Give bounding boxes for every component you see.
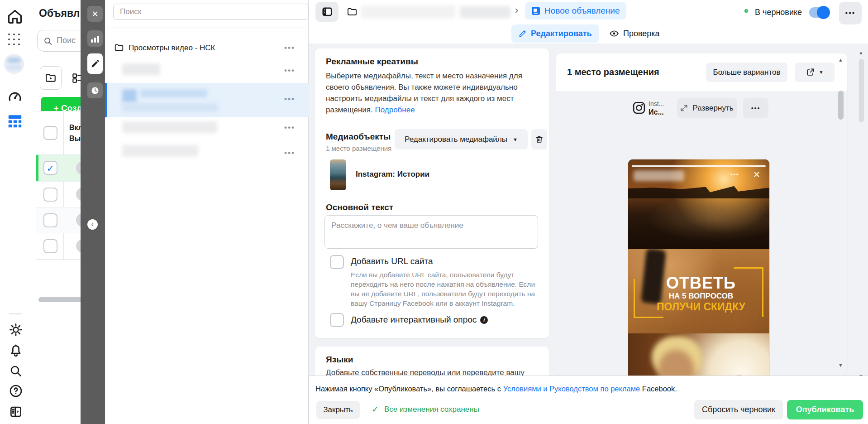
redacted-breadcrumb (460, 6, 510, 18)
row-menu-dots[interactable]: ••• (284, 95, 295, 104)
draft-status-dot (744, 9, 748, 13)
collapse-sidebar-icon[interactable] (9, 405, 23, 421)
share-preview-button[interactable]: ▼ (795, 63, 835, 82)
check-icon: ✓ (47, 163, 55, 173)
expand-button[interactable]: Развернуть (677, 98, 737, 118)
legal-text: Нажимая кнопку «Опубликовать», вы соглаш… (315, 385, 677, 393)
body-text-label: Основной текст (326, 202, 393, 212)
tree-item[interactable]: ••• (105, 61, 309, 81)
redacted-text (122, 63, 160, 75)
ads-search-placeholder: Поис (57, 36, 76, 45)
home-icon[interactable] (6, 8, 24, 27)
url-label: Добавить URL сайта (351, 256, 433, 266)
rail-divider (9, 313, 22, 314)
page-scroll-up[interactable]: ▲ (858, 50, 863, 55)
preview-menu-button[interactable]: ••• (743, 98, 768, 118)
poll-checkbox[interactable] (330, 313, 344, 327)
story-headline: ОТВЕТЬ НА 5 ВОПРОСОВ ПОЛУЧИ СКИДКУ (642, 275, 760, 313)
clock-icon (91, 86, 100, 95)
tree-panel: Просмотры видео - НСК ••• ••• ••• ••• ••… (105, 0, 309, 424)
redacted-thumb (122, 89, 137, 103)
terms-link[interactable]: Условиями и Руководством по рекламе (503, 385, 640, 393)
story-preview[interactable]: ОТВЕТЬ НА 5 ВОПРОСОВ ПОЛУЧИ СКИДКУ ••• ✕ (628, 159, 769, 376)
row-checkbox[interactable] (43, 188, 57, 202)
tab-review[interactable]: Проверка (605, 24, 664, 43)
url-description: Если вы добавите URL сайта, пользователи… (351, 270, 539, 308)
toolbar-history-button[interactable] (87, 82, 103, 98)
url-checkbox[interactable] (330, 255, 344, 269)
story-progress-bar (632, 165, 766, 167)
breadcrumb-folder-icon (347, 6, 358, 17)
story-close-icon[interactable]: ✕ (753, 169, 760, 180)
toggle-knob (817, 6, 830, 19)
toolbar-chart-button[interactable] (87, 30, 103, 47)
folder-tab[interactable] (40, 66, 62, 90)
discard-draft-button[interactable]: Сбросить черновик (694, 400, 783, 419)
footer-bar: Нажимая кнопку «Опубликовать», вы соглаш… (309, 376, 868, 424)
settings-gear-icon[interactable] (9, 323, 23, 339)
preview-scroll-thumb[interactable] (838, 91, 844, 120)
saved-check-icon: ✓ (372, 404, 379, 414)
close-button[interactable]: Закрыть (316, 401, 360, 419)
tree-item-selected[interactable]: ••• (105, 83, 309, 117)
edit-media-button[interactable]: Редактировать медиафайлы ▼ (395, 129, 528, 149)
panel-collapse-handle[interactable]: ‹ (87, 219, 98, 230)
help-icon[interactable] (9, 384, 23, 400)
search-icon[interactable] (9, 364, 23, 380)
row-checkbox[interactable] (43, 213, 57, 227)
redacted-avatar (7, 58, 21, 63)
page-scroll-thumb[interactable] (859, 59, 864, 122)
languages-title: Языки (326, 355, 353, 365)
body-text-input[interactable] (324, 215, 538, 249)
panel-toggle-icon (321, 6, 333, 18)
media-thumbnail[interactable] (330, 159, 346, 190)
caret-down-icon: ▼ (819, 70, 824, 75)
tab-review-label: Проверка (623, 29, 660, 39)
panel-toggle-button[interactable] (315, 2, 339, 22)
row-checkbox[interactable] (43, 239, 57, 253)
notifications-bell-icon[interactable] (9, 343, 23, 360)
tree-search-input[interactable] (113, 4, 309, 20)
tree-folder-label: Просмотры видео - НСК (129, 43, 215, 53)
redacted-breadcrumb (361, 5, 455, 18)
campaigns-gauge-icon[interactable] (7, 89, 23, 107)
platform-label-bold: Ис... (649, 108, 664, 116)
row-menu-dots[interactable]: ••• (284, 66, 295, 75)
left-rail (0, 0, 32, 424)
preview-scroll-down[interactable]: ▼ (838, 362, 843, 368)
tree-item[interactable]: ••• (105, 119, 309, 140)
learn-more-link[interactable]: Подробнее (375, 106, 415, 114)
ad-doc-icon (531, 6, 540, 15)
apps-grid-icon[interactable] (8, 34, 21, 47)
select-all-checkbox[interactable] (43, 126, 57, 140)
external-link-icon (806, 68, 815, 77)
ads-table-icon[interactable] (6, 112, 24, 131)
tree-folder-row[interactable]: Просмотры видео - НСК ••• (105, 39, 309, 57)
toolbar-edit-button-active[interactable] (87, 53, 103, 74)
tab-edit-label: Редактировать (531, 29, 592, 39)
preview-scroll-up[interactable]: ▲ (838, 57, 843, 63)
row-menu-dots[interactable]: ••• (284, 123, 295, 132)
ad-account-avatar[interactable] (5, 54, 24, 73)
tree-item[interactable]: ••• (105, 142, 309, 163)
tab-edit[interactable]: Редактировать (511, 24, 599, 43)
redacted-text (122, 103, 218, 112)
story-menu-dots[interactable]: ••• (730, 171, 739, 178)
row-menu-dots[interactable]: ••• (284, 149, 295, 158)
dots-icon: ••• (845, 9, 856, 17)
media-subtitle: 1 место размещения (326, 145, 391, 152)
toolbar-close-button[interactable]: ✕ (87, 6, 103, 22)
breadcrumb-current[interactable]: Новое объявление (525, 2, 626, 19)
media-title: Медиаобъекты (326, 132, 391, 142)
folder-icon (114, 43, 124, 53)
row-checkbox-checked[interactable]: ✓ (43, 161, 57, 175)
delete-media-button[interactable] (531, 129, 547, 149)
more-variants-button[interactable]: Больше вариантов (706, 63, 787, 82)
folder-play-icon (45, 72, 57, 84)
publish-button[interactable]: Опубликовать (787, 400, 863, 419)
close-icon: ✕ (91, 9, 98, 19)
redacted-text (122, 145, 198, 157)
row-menu-dots[interactable]: ••• (284, 43, 295, 53)
draft-toggle[interactable] (809, 7, 829, 18)
header-menu-button[interactable]: ••• (839, 2, 862, 24)
